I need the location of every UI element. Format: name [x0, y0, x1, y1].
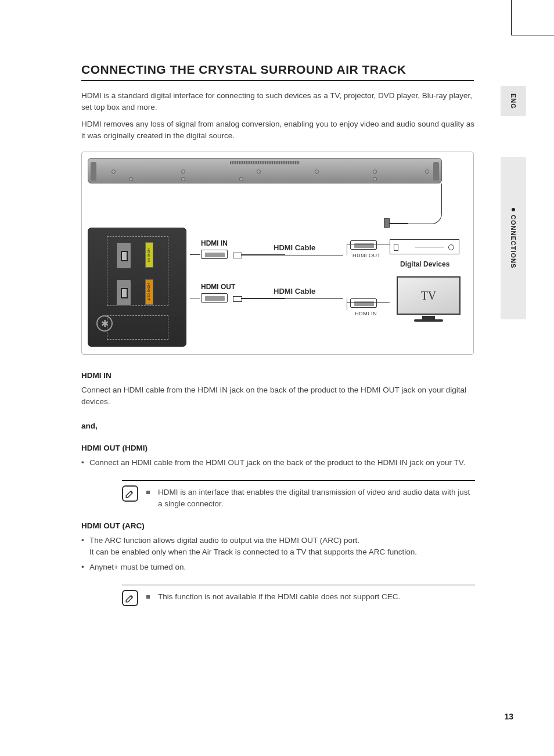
hdmi-in-text: Connect an HDMI cable from the HDMI IN j… [81, 384, 476, 408]
crop-mark-horizontal [511, 35, 554, 35]
cable-icon [233, 251, 285, 259]
cable-icon [233, 294, 285, 303]
arc-b1-line2: It can be enabled only when the Air Trac… [89, 548, 417, 556]
tv-graphic: TV [397, 276, 461, 323]
hdmi-out-label: HDMI OUT [201, 283, 235, 291]
port-tag-hdmi-in: HDMI IN [145, 242, 153, 268]
dig-dev-port-label: HDMI OUT [352, 253, 381, 258]
page-number: 13 [504, 712, 513, 721]
lang-tab: ENG [501, 86, 526, 116]
section-tab-label: CONNECTIONS [510, 208, 517, 268]
arc-b1-line1: The ARC function allows digital audio to… [89, 536, 359, 545]
bullet-icon [512, 208, 515, 211]
arc-bullet-1: The ARC function allows digital audio to… [81, 535, 476, 559]
back-panel-graphic: HDMI IN ✱ HDMI OUT [88, 228, 186, 347]
port-tag-hdmi-out: HDMI OUT [145, 279, 153, 305]
digital-devices-label: Digital Devices [400, 260, 449, 268]
page-title: CONNECTING THE CRYSTAL SURROUND AIR TRAC… [81, 63, 474, 81]
hdmi-out-bullet: Connect an HDMI cable from the HDMI OUT … [81, 457, 476, 469]
hdmi-in-heading: HDMI IN [81, 370, 476, 381]
note-block-2: This function is not available if the HD… [122, 585, 475, 607]
cable-label-1: HDMI Cable [274, 243, 315, 252]
arc-bullet-2: Anynet+ must be turned on. [81, 561, 476, 573]
hdmi-arc-heading: HDMI OUT (ARC) [81, 520, 476, 532]
tv-port-label: HDMI IN [355, 311, 377, 316]
side-tabs: ENG CONNECTIONS [501, 86, 526, 319]
hdmi-port-icon [201, 250, 228, 259]
note2-text: This function is not available if the HD… [158, 591, 400, 603]
digital-device-graphic [390, 239, 459, 254]
hdmi-port-icon [350, 240, 377, 250]
note-block-1: HDMI is an interface that enables the di… [122, 480, 475, 510]
soundbar-graphic [88, 158, 442, 183]
and-label: and, [81, 420, 476, 432]
hdmi-port-icon [350, 298, 377, 308]
plug-icon [384, 218, 390, 228]
lang-tab-label: ENG [510, 93, 517, 109]
section-tab: CONNECTIONS [501, 157, 526, 319]
intro-p2: HDMI removes any loss of signal from ana… [81, 118, 476, 141]
square-bullet-icon [146, 491, 150, 494]
intro-block: HDMI is a standard digital interface for… [81, 90, 476, 141]
note1-text: HDMI is an interface that enables the di… [158, 487, 475, 510]
cable-curve [407, 183, 442, 224]
intro-p1: HDMI is a standard digital interface for… [81, 90, 476, 113]
cable-label-2: HDMI Cable [274, 287, 315, 296]
connection-diagram: HDMI IN ✱ HDMI OUT HDMI IN HDMI Cable HD… [81, 152, 474, 355]
hdmi-in-label: HDMI IN [201, 239, 228, 247]
crop-mark-vertical [511, 0, 512, 35]
tv-label: TV [421, 289, 437, 303]
section-tab-text: CONNECTIONS [510, 215, 517, 268]
hdmi-out-heading: HDMI OUT (HDMI) [81, 442, 476, 454]
note-pencil-icon [122, 485, 138, 502]
square-bullet-icon [146, 595, 150, 599]
note-pencil-icon [122, 590, 138, 606]
hdmi-port-icon [201, 293, 228, 303]
